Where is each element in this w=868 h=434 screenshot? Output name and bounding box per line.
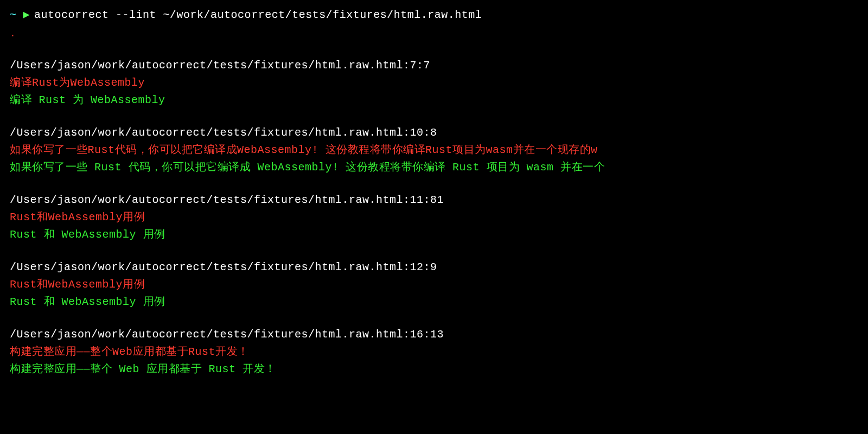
file-location: /Users/jason/work/autocorrect/tests/fixt… <box>10 192 858 209</box>
error-text: 如果你写了一些Rust代码，你可以把它编译成WebAssembly! 这份教程将… <box>10 142 858 159</box>
progress-dot: . <box>10 26 858 42</box>
error-text: 构建完整应用——整个Web应用都基于Rust开发！ <box>10 343 858 361</box>
fix-text: Rust 和 WebAssembly 用例 <box>10 226 858 244</box>
fix-text: 构建完整应用——整个 Web 应用都基于 Rust 开发！ <box>10 361 858 378</box>
file-location: /Users/jason/work/autocorrect/tests/fixt… <box>10 57 858 74</box>
fix-text: 如果你写了一些 Rust 代码，你可以把它编译成 WebAssembly! 这份… <box>10 159 858 176</box>
file-location: /Users/jason/work/autocorrect/tests/fixt… <box>10 259 858 276</box>
error-text: 编译Rust为WebAssembly <box>10 74 858 92</box>
fix-text: Rust 和 WebAssembly 用例 <box>10 293 858 311</box>
prompt-cwd: ~ <box>10 7 17 24</box>
file-location: /Users/jason/work/autocorrect/tests/fixt… <box>10 124 858 142</box>
error-text: Rust和WebAssembly用例 <box>10 209 858 226</box>
shell-prompt[interactable]: ~ ▶ autocorrect --lint ~/work/autocorrec… <box>10 7 858 24</box>
error-text: Rust和WebAssembly用例 <box>10 276 858 293</box>
command-text: autocorrect --lint ~/work/autocorrect/te… <box>34 7 482 24</box>
file-location: /Users/jason/work/autocorrect/tests/fixt… <box>10 326 858 343</box>
fix-text: 编译 Rust 为 WebAssembly <box>10 92 858 109</box>
prompt-arrow-icon: ▶ <box>23 7 30 24</box>
